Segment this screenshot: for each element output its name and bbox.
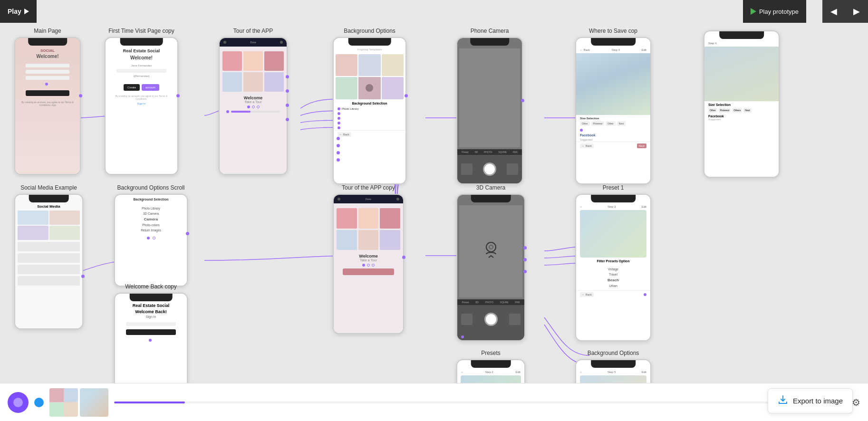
svg-point-1 xyxy=(489,245,493,249)
camera-flip xyxy=(507,163,518,175)
conn-dot-main xyxy=(79,94,82,97)
pr-home: ⌂ xyxy=(461,371,463,373)
bo2-edit: Edit xyxy=(642,371,646,373)
frame-preset1-label: Preset 1 xyxy=(603,184,624,191)
screen-camera: Preset SD PHOTO SQURE PAN xyxy=(457,38,522,183)
social-bar1 xyxy=(18,242,80,251)
bg-img1 xyxy=(336,54,357,76)
3d-shutter[interactable] xyxy=(484,313,498,326)
thumb-img1[interactable] xyxy=(80,388,108,417)
social-title-text: Social Media xyxy=(18,204,80,209)
frame-presets-label: Presets xyxy=(481,350,501,356)
bg-back-row: ← Back xyxy=(334,130,405,138)
screen-ws2: Step 4 Size Selection Other Pinterest Ot… xyxy=(704,31,779,177)
conn-dot-bg-left4 xyxy=(337,158,340,162)
nav-dot2 xyxy=(280,41,283,44)
ft-btn-row: Create account xyxy=(124,84,159,91)
p1-step: Step 3 xyxy=(608,205,616,208)
pr-step: Step 2 xyxy=(485,371,493,373)
tc-dot3 xyxy=(372,264,375,267)
tc-dot2 xyxy=(367,264,370,267)
re-social-title: Real Estate Social xyxy=(123,48,160,53)
img3 xyxy=(264,51,284,71)
conn-dot-3d2 xyxy=(523,258,527,261)
phone-where-save2[interactable]: Step 4 Size Selection Other Pinterest Ot… xyxy=(704,30,780,178)
tg1 xyxy=(49,388,64,402)
phone-where-save[interactable]: ← Back Step 4 Edit Size Selection Other … xyxy=(575,37,651,184)
phone-notch-wb xyxy=(129,294,173,301)
export-svg-icon xyxy=(778,394,788,405)
nav-next-button[interactable]: ▶ xyxy=(845,0,868,23)
size-options-row: Other Pinterest Other Next xyxy=(580,121,646,126)
phone-tour-app[interactable]: Done Welcome Take a Tour xyxy=(219,37,288,175)
bg-opt5-dot xyxy=(338,126,340,129)
photo-label: PHOTO xyxy=(484,151,492,153)
phone-main-page[interactable]: SOCIAL Welcome! By creating an account, … xyxy=(14,37,81,175)
3d-flip xyxy=(509,314,521,325)
screen-first-time: Real Estate Social Welcome! Jane Fernand… xyxy=(106,38,177,174)
export-icon xyxy=(778,394,788,407)
phone-3d-camera[interactable]: Preset SD PHOTO SQURE PAN xyxy=(456,194,525,341)
frame-first-time-label: First Time Visit Page copy xyxy=(108,28,174,34)
3d-icon-svg xyxy=(479,238,503,261)
conn-dot-3d1 xyxy=(523,246,527,249)
tc-nav-dot2 xyxy=(396,198,399,201)
ws2-content: Size Selection Other Pinterest Others Ne… xyxy=(704,101,779,123)
wb-input1 xyxy=(126,322,176,326)
square-label: SQURE xyxy=(498,151,507,153)
p1-kitchen-img xyxy=(580,210,646,258)
play-green-icon xyxy=(751,8,756,15)
frame-bg-options: Background Options Inspiring Templates xyxy=(333,28,406,184)
svg-point-0 xyxy=(486,242,496,252)
tc-img5 xyxy=(358,230,379,250)
bg-opt2-row xyxy=(334,111,405,116)
phone-bg-scroll[interactable]: Background Selection Photo Library 3D Ca… xyxy=(114,194,188,287)
phone-tour-copy[interactable]: Done Welcome Take a Tour xyxy=(333,194,404,334)
phone-preset1[interactable]: ⌂ Step 3 Edit Filter Presets Option Vint… xyxy=(575,194,651,341)
screen-nav-tc: Done xyxy=(334,195,403,203)
bg-opt1-row: Photo Library xyxy=(334,106,405,111)
phone-notch-ft xyxy=(120,38,163,46)
tour-w-title: Welcome xyxy=(222,96,284,100)
frame-where-save-label: Where to Save cop xyxy=(589,28,637,34)
tc-img6 xyxy=(380,230,400,250)
bg-scroll-dots xyxy=(118,237,184,239)
thumb-grid xyxy=(49,388,78,417)
conn-dot-bg-left2 xyxy=(337,144,340,147)
tour-prog-dot xyxy=(226,110,229,113)
img2 xyxy=(243,51,263,71)
phone-bg-options[interactable]: Inspiring Templates Background Selection xyxy=(333,37,406,184)
3d-bottom-row xyxy=(457,305,524,334)
pw-dot xyxy=(45,83,48,86)
screen-footer-text: By creating an account, you agree to our… xyxy=(20,101,75,106)
nav-prev-button[interactable]: ◀ xyxy=(822,0,845,23)
phone-notch-bg xyxy=(348,38,391,46)
bottom-dot-blue xyxy=(34,398,44,407)
thumb-social[interactable] xyxy=(49,388,78,417)
ws-prog-dot xyxy=(580,129,583,132)
ft-signin-link: Sign in xyxy=(137,102,145,105)
phone-social[interactable]: Social Media xyxy=(14,194,83,329)
camera-shutter[interactable] xyxy=(483,163,496,176)
p1-prog-dot xyxy=(644,293,646,296)
phone-notch-p1 xyxy=(591,195,636,202)
phone-first-time[interactable]: Real Estate Social Welcome! Jane Fernand… xyxy=(105,37,178,175)
play-prototype-button[interactable]: Play prototype xyxy=(743,0,806,23)
ws2-fb: Facebook xyxy=(708,115,775,118)
size-sel-title: Size Selection xyxy=(580,117,646,120)
screen-welcome: Welcome! xyxy=(36,54,58,59)
conn-dot-tour1 xyxy=(286,75,289,78)
phone-camera[interactable]: Preset SD PHOTO SQURE PAN xyxy=(456,37,523,184)
play-label: Play xyxy=(8,8,21,15)
settings-button[interactable]: ⚙ xyxy=(852,397,860,408)
phone-welcome-back[interactable]: Real Estate Social Welcome Back! Sign in xyxy=(114,293,188,392)
wb-sign-in: Sign in xyxy=(146,315,156,318)
play-button[interactable]: Play xyxy=(0,0,37,23)
export-button[interactable]: Export to image xyxy=(768,388,853,413)
account-btn: account xyxy=(142,84,159,91)
bottom-progress-bar xyxy=(114,402,823,403)
frame-bg-scroll-label: Background Options Scroll xyxy=(117,184,184,191)
3d-camera-view xyxy=(459,205,522,297)
p1-filter-list: Vintage Travel Beach Urban xyxy=(576,265,650,290)
ft-input1 xyxy=(116,69,166,73)
